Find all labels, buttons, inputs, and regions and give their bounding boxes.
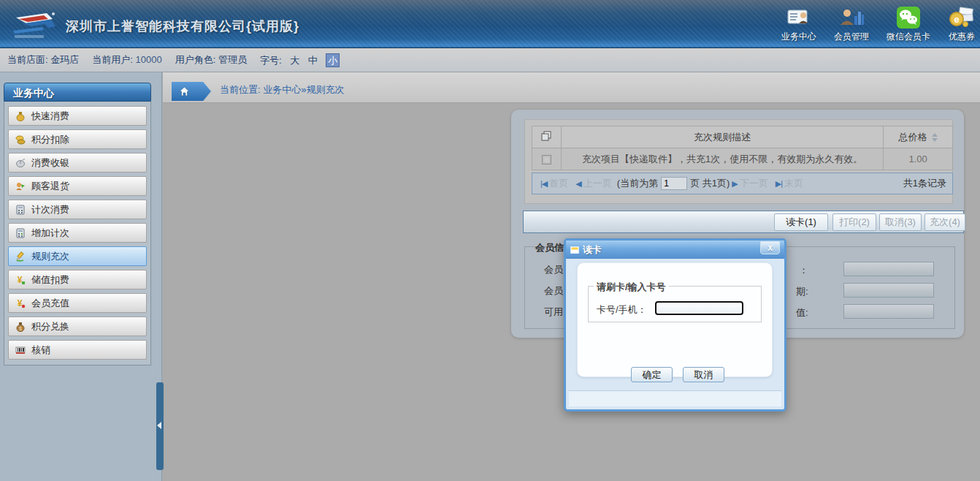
app-header: 深圳市上誉智能科技有限公司{试用版} 业务中心 会员管理 — [0, 0, 980, 48]
print-button[interactable]: 打印(2) — [832, 213, 876, 231]
member-field-label: 会员 — [544, 263, 563, 276]
row-checkbox[interactable] — [542, 155, 551, 164]
column-header-label: 总价格 — [899, 132, 927, 143]
business-center-icon — [785, 6, 813, 29]
rules-table: 充次规则描述 总价格 充次项目【快递取件】，共充1次，使用不限，有效期为永久有效… — [532, 126, 953, 170]
table-row[interactable]: 充次项目【快递取件】，共充1次，使用不限，有效期为永久有效。 1.00 — [532, 148, 953, 170]
nav-label: 优惠券 — [949, 31, 975, 43]
select-all-header[interactable] — [532, 126, 562, 148]
nav-member-management[interactable]: 会员管理 — [834, 6, 869, 43]
sidebar-item-count-consume[interactable]: 计次消费 — [8, 200, 147, 219]
sidebar: 业务中心 快速消费 积分扣除 — [0, 72, 162, 481]
sidebar-item-add-count[interactable]: 增加计次 — [8, 223, 147, 243]
sidebar-item-member-recharge[interactable]: ¥ 会员充值 — [8, 293, 147, 313]
column-header-label: 充次规则描述 — [694, 132, 751, 143]
user-value: 10000 — [136, 54, 162, 65]
next-page-label[interactable]: 下一页 — [740, 177, 768, 190]
dialog-body: 请刷卡/输入卡号 卡号/手机： 确定 取消 — [577, 262, 773, 377]
last-page-icon[interactable]: ▶| — [776, 179, 782, 189]
collapse-arrow-icon — [157, 422, 161, 429]
read-card-dialog: 读卡 x 请刷卡/输入卡号 卡号/手机： 确定 取消 — [564, 238, 786, 412]
breadcrumb-prefix: 当前位置: — [220, 84, 261, 95]
column-header-price[interactable]: 总价格 — [884, 126, 953, 148]
pagination-bar: |◀ 首页 ◀ 上一页 (当前为第 页 共1页) ▶ 下一页 ▶| 末页 共1条… — [532, 173, 953, 194]
status-bar: 当前店面: 金玛店 当前用户: 10000 用户角色: 管理员 字号: 大 中 … — [0, 48, 980, 72]
record-count: 共1条记录 — [903, 177, 946, 190]
sidebar-item-customer-return[interactable]: 顾客退货 — [8, 176, 147, 196]
select-all-icon — [541, 131, 552, 142]
role-value: 管理员 — [218, 54, 247, 65]
rule-description-cell: 充次项目【快递取件】，共充1次，使用不限，有效期为永久有效。 — [561, 148, 883, 170]
coupon-icon: e — [948, 6, 976, 29]
store-value: 金玛店 — [50, 54, 79, 65]
dialog-titlebar[interactable]: 读卡 — [566, 240, 784, 259]
breadcrumb-bar: 当前位置: 业务中心»规则充次 — [163, 72, 980, 103]
ok-button[interactable]: 确定 — [631, 367, 673, 382]
close-icon[interactable]: x — [760, 241, 780, 254]
cancel-button[interactable]: 取消(3) — [879, 213, 922, 231]
yen-recharge-icon: ¥ — [15, 298, 26, 308]
nav-label: 微信会员卡 — [887, 31, 930, 43]
sidebar-item-points-deduct[interactable]: 积分扣除 — [8, 129, 147, 149]
home-button[interactable] — [172, 82, 211, 101]
sidebar-item-label: 顾客退货 — [31, 180, 69, 193]
svg-text:¥: ¥ — [18, 298, 23, 308]
card-fieldset-legend: 请刷卡/输入卡号 — [594, 281, 669, 294]
member-info-legend: 会员信 — [533, 241, 566, 254]
company-title: 深圳市上誉智能科技有限公司{试用版} — [66, 18, 299, 35]
font-size-medium[interactable]: 中 — [308, 55, 318, 66]
last-page-label[interactable]: 末页 — [784, 177, 803, 190]
calculator-add-icon — [15, 228, 26, 238]
sidebar-item-label: 核销 — [31, 344, 50, 357]
member-field-label: 值: — [796, 306, 808, 319]
calculator-icon — [15, 205, 26, 215]
recharge-button[interactable]: 充次(4) — [925, 213, 965, 231]
dialog-footer — [569, 391, 781, 406]
first-page-label[interactable]: 首页 — [549, 177, 568, 190]
current-page-suffix: 页 共1页) — [690, 177, 730, 190]
member-field-label: 期: — [796, 285, 808, 298]
font-size-small-selected[interactable]: 小 — [326, 53, 340, 67]
window-icon — [570, 246, 579, 254]
brown-moneybag-icon: $ — [15, 322, 26, 332]
next-page-icon[interactable]: ▶ — [732, 179, 737, 189]
sidebar-collapse-handle[interactable] — [156, 382, 164, 470]
nav-wechat-member-card[interactable]: 微信会员卡 — [887, 6, 930, 43]
breadcrumb-page: 规则充次 — [306, 84, 344, 95]
nav-coupon[interactable]: e 优惠券 — [948, 6, 976, 43]
svg-text:$: $ — [19, 326, 22, 331]
font-size-large[interactable]: 大 — [290, 55, 299, 66]
yen-deduct-icon: ¥ — [15, 275, 26, 285]
prev-page-label[interactable]: 上一页 — [583, 177, 612, 190]
member-info-field — [843, 262, 934, 276]
breadcrumb-section[interactable]: 业务中心 — [263, 84, 301, 95]
sidebar-item-label: 储值扣费 — [31, 273, 69, 287]
sidebar-item-points-exchange[interactable]: $ 积分兑换 — [8, 317, 147, 336]
barcode-icon — [15, 345, 26, 355]
page-number-input[interactable] — [661, 177, 687, 190]
breadcrumb: 当前位置: 业务中心»规则充次 — [220, 83, 344, 96]
wechat-icon — [896, 6, 921, 29]
sort-icon[interactable] — [932, 133, 938, 142]
dialog-cancel-button[interactable]: 取消 — [683, 367, 724, 382]
moneybag-icon — [15, 111, 26, 121]
read-card-button[interactable]: 读卡(1) — [774, 213, 828, 231]
sidebar-item-cashier[interactable]: 消费收银 — [8, 153, 147, 173]
sidebar-item-label: 规则充次 — [31, 250, 69, 263]
sidebar-item-stored-value-deduct[interactable]: ¥ 储值扣费 — [8, 270, 147, 289]
nav-business-center[interactable]: 业务中心 — [781, 6, 816, 43]
member-management-icon — [838, 6, 865, 29]
sidebar-item-verify[interactable]: 核销 — [8, 340, 147, 360]
first-page-icon[interactable]: |◀ — [540, 179, 547, 189]
top-nav: 业务中心 会员管理 微信会员 — [781, 6, 976, 43]
card-number-input[interactable] — [655, 301, 743, 315]
return-person-icon — [15, 181, 26, 192]
row-checkbox-cell[interactable] — [532, 148, 562, 170]
column-header-description[interactable]: 充次规则描述 — [561, 126, 883, 148]
sidebar-item-fast-consume[interactable]: 快速消费 — [8, 106, 147, 126]
member-field-label: 会员 — [544, 284, 563, 298]
sidebar-item-rule-recharge[interactable]: 规则充次 — [8, 246, 147, 266]
fontsize-label: 字号: — [260, 55, 282, 66]
prev-page-icon[interactable]: ◀ — [575, 179, 581, 189]
member-field-label: ： — [799, 264, 808, 277]
